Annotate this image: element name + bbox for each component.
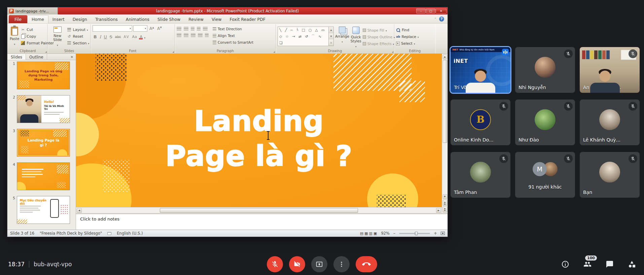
vertical-scrollbar[interactable]: ▲ ▼ ▲▲ ▼▼ bbox=[442, 54, 448, 213]
tab-slides-thumbnails[interactable]: Slides bbox=[7, 54, 26, 60]
zoom-slider[interactable] bbox=[399, 233, 430, 234]
align-left-icon[interactable] bbox=[177, 33, 181, 37]
increase-indent-icon[interactable] bbox=[197, 27, 201, 31]
shapes-gallery-scrollbar[interactable]: ▲▼≡ bbox=[329, 27, 334, 46]
shapes-gallery[interactable]: ╲ ╱ ─ └ □ ○ △ ▭ ◇ ☆ → ⇄ ↺ ⌒ ∿ ❏ bbox=[278, 27, 329, 46]
font-color-button[interactable]: A bbox=[139, 34, 144, 39]
bold-button[interactable]: B bbox=[93, 34, 98, 39]
slide-canvas[interactable]: Landing Page là gì ? bbox=[76, 54, 442, 207]
scroll-down-icon[interactable]: ▼ bbox=[443, 194, 447, 199]
zoom-level[interactable]: 92% bbox=[381, 231, 390, 236]
shape-fill-button[interactable]: Shape Fill bbox=[363, 27, 395, 33]
tab-animations[interactable]: Animations bbox=[122, 15, 153, 23]
participant-tile-tam-phan[interactable]: Tâm Phan bbox=[451, 152, 510, 198]
quick-styles-button[interactable]: Quick Styles bbox=[351, 25, 361, 48]
tab-outline[interactable]: Outline bbox=[26, 54, 47, 60]
strikethrough-button[interactable]: S bbox=[109, 34, 113, 39]
scroll-up-icon[interactable]: ▲ bbox=[443, 54, 447, 59]
tab-transitions[interactable]: Transitions bbox=[91, 15, 122, 23]
end-call-button[interactable] bbox=[356, 256, 377, 272]
participant-tile-an-nguyen[interactable]: An Nguyễn Vă... bbox=[580, 47, 640, 93]
shape-effects-button[interactable]: Shape Effects bbox=[363, 41, 395, 47]
close-button[interactable]: ✕ bbox=[436, 8, 446, 13]
clipboard-dialog-launcher[interactable]: ◢ bbox=[45, 50, 47, 53]
horizontal-scroll-thumb[interactable] bbox=[160, 208, 358, 213]
participant-tile-nhu-dao[interactable]: Như Đào bbox=[515, 100, 575, 145]
shrink-font-button[interactable]: A▼ bbox=[156, 26, 163, 31]
shape-outline-button[interactable]: Shape Outline bbox=[363, 34, 395, 40]
previous-slide-button[interactable]: ▲▲ bbox=[443, 200, 447, 206]
more-options-button[interactable] bbox=[333, 256, 350, 272]
drawing-dialog-launcher[interactable]: ◢ bbox=[392, 50, 393, 53]
align-right-icon[interactable] bbox=[191, 33, 195, 37]
numbering-icon[interactable] bbox=[184, 27, 188, 31]
justify-icon[interactable] bbox=[198, 33, 203, 37]
text-shadow-button[interactable]: abc bbox=[114, 35, 122, 39]
slide-thumbnail-5[interactable]: 5 Mục tiêu chuyển đổi bbox=[10, 196, 76, 224]
tab-view[interactable]: View bbox=[208, 15, 226, 23]
view-mode-buttons[interactable]: ▤▦▥▣ bbox=[360, 231, 378, 236]
vertical-scroll-thumb[interactable] bbox=[443, 60, 447, 143]
meeting-details-button[interactable] bbox=[561, 260, 570, 269]
paste-button[interactable]: Paste bbox=[10, 25, 19, 48]
font-family-dropdown[interactable] bbox=[93, 25, 132, 32]
scroll-left-icon[interactable]: ◀ bbox=[77, 208, 82, 213]
tab-slideshow[interactable]: Slide Show bbox=[153, 15, 184, 23]
notes-pane[interactable]: Click to add notes bbox=[76, 213, 448, 230]
next-slide-button[interactable]: ▼▼ bbox=[443, 206, 447, 212]
participant-tile-online-kinh-doanh[interactable]: B Online Kinh Do... bbox=[451, 100, 510, 145]
language-indicator[interactable]: English (U.S.) bbox=[117, 231, 143, 236]
mic-toggle-button[interactable] bbox=[267, 256, 283, 272]
scroll-right-icon[interactable]: ▶ bbox=[436, 208, 441, 213]
tab-file[interactable]: File bbox=[9, 15, 27, 23]
slide-thumbnail-2[interactable]: 2 Hello! Tôi là Võ Minh Trí bbox=[10, 95, 76, 123]
horizontal-scrollbar[interactable]: ◀ ▶ bbox=[76, 207, 442, 213]
panel-close-icon[interactable]: ✕ bbox=[68, 54, 76, 60]
layout-button[interactable]: Layout bbox=[67, 27, 89, 33]
taskbar-file-chip[interactable]: P landingpage -triv... bbox=[7, 7, 58, 14]
zoom-out-icon[interactable]: – bbox=[393, 231, 396, 236]
slide-thumbnail-3-selected[interactable]: 3 Landing Page là gì ? bbox=[10, 129, 76, 157]
decrease-indent-icon[interactable] bbox=[191, 27, 194, 31]
participant-tile-you[interactable]: Bạn bbox=[580, 152, 640, 198]
zoom-in-icon[interactable]: + bbox=[433, 231, 438, 236]
replace-button[interactable]: ab Replace bbox=[396, 34, 419, 40]
bullets-icon[interactable] bbox=[177, 27, 181, 31]
chat-button[interactable] bbox=[605, 260, 614, 269]
convert-smartart-button[interactable]: Convert to SmartArt bbox=[213, 39, 253, 45]
change-case-button[interactable]: Aa bbox=[131, 35, 138, 39]
select-button[interactable]: ▸ Select bbox=[396, 40, 419, 46]
paragraph-dialog-launcher[interactable]: ◢ bbox=[273, 50, 275, 53]
slide-thumbnail-1[interactable]: 1 Landing Page và ứng dụng trong Sale, M… bbox=[10, 62, 76, 89]
camera-toggle-button[interactable] bbox=[289, 256, 305, 272]
tab-home[interactable]: Home bbox=[27, 15, 48, 23]
participant-tile-tri-vo-minh[interactable]: iNET Nhà đăng ký tên miền Việt Nam iNET … bbox=[451, 47, 510, 93]
spelling-icon[interactable] bbox=[107, 232, 111, 235]
find-button[interactable]: Find bbox=[396, 27, 419, 33]
activities-button[interactable] bbox=[628, 260, 636, 269]
participant-tile-nhi-nguyen[interactable]: Nhi Nguyễn bbox=[515, 47, 575, 93]
underline-button[interactable]: U bbox=[103, 34, 108, 39]
minimize-button[interactable]: – bbox=[416, 8, 426, 13]
slide-title-textbox[interactable]: Landing Page là gì ? bbox=[76, 104, 442, 173]
font-size-dropdown[interactable] bbox=[133, 25, 147, 32]
zoom-slider-thumb[interactable] bbox=[415, 232, 418, 235]
present-button[interactable] bbox=[311, 256, 327, 272]
reset-button[interactable]: ↺ Reset bbox=[67, 33, 89, 39]
align-center-icon[interactable] bbox=[184, 33, 188, 37]
tab-review[interactable]: Review bbox=[184, 15, 208, 23]
arrange-button[interactable]: Arrange bbox=[335, 25, 349, 48]
participant-tile-le-khanh[interactable]: Lê Khánh Quỳ... bbox=[580, 100, 640, 145]
tab-foxit[interactable]: Foxit Reader PDF bbox=[226, 15, 270, 23]
columns-icon[interactable] bbox=[205, 33, 209, 37]
help-icon[interactable]: ? bbox=[439, 16, 444, 22]
section-button[interactable]: Section bbox=[67, 40, 89, 46]
tab-design[interactable]: Design bbox=[69, 15, 91, 23]
italic-button[interactable]: I bbox=[99, 34, 102, 39]
text-direction-button[interactable]: Text Direction bbox=[213, 26, 253, 32]
maximize-button[interactable]: ▢ bbox=[426, 8, 435, 13]
new-slide-button[interactable]: New Slide bbox=[49, 25, 66, 48]
character-spacing-button[interactable]: AV bbox=[123, 35, 131, 39]
line-spacing-icon[interactable] bbox=[203, 27, 208, 31]
slide-thumbnail-4[interactable]: 4 bbox=[10, 162, 76, 190]
